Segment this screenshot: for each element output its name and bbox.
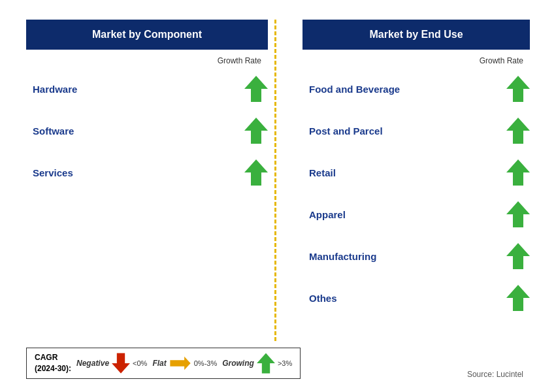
left-header: Market by Component <box>26 20 268 50</box>
item-label-retail: Retail <box>309 167 336 178</box>
green-arrow-icon <box>506 284 530 312</box>
cagr-label: CAGR(2024-30): <box>35 352 71 374</box>
page-container: Market by Component Growth Rate Hardware… <box>0 0 556 392</box>
legend-growing-range: >3% <box>278 359 292 367</box>
legend-negative-range: <0% <box>133 359 147 367</box>
green-arrow-icon <box>244 116 268 145</box>
legend-item-growing: Growing >3% <box>222 352 292 374</box>
svg-marker-6 <box>506 201 530 227</box>
left-growth-label: Growth Rate <box>26 56 268 65</box>
svg-marker-4 <box>506 118 530 144</box>
left-panel: Market by Component Growth Rate Hardware… <box>26 20 268 341</box>
legend-flat-label: Flat <box>152 359 166 368</box>
svg-marker-2 <box>244 159 268 186</box>
list-item: Hardware <box>26 68 268 110</box>
item-label-services: Services <box>33 167 73 178</box>
list-item: Apparel <box>303 193 530 235</box>
svg-marker-3 <box>506 76 530 102</box>
list-item: Manufacturing <box>303 235 530 277</box>
item-label-hardware: Hardware <box>33 84 77 95</box>
svg-marker-9 <box>112 353 130 374</box>
list-item: Post and Parcel <box>303 110 530 152</box>
bottom-row: CAGR(2024-30): Negative <0% Flat 0%-3% <box>26 348 530 379</box>
svg-marker-5 <box>506 159 530 186</box>
green-arrow-icon <box>506 242 530 270</box>
list-item: Software <box>26 110 268 152</box>
orange-arrow-icon <box>169 356 191 370</box>
green-arrow-icon <box>506 200 530 229</box>
section-divider <box>274 20 276 341</box>
green-arrow-icon-legend <box>257 352 275 374</box>
green-arrow-icon <box>244 158 268 187</box>
right-growth-label: Growth Rate <box>303 56 530 65</box>
list-item: Retail <box>303 152 530 193</box>
red-arrow-icon <box>112 352 130 374</box>
right-panel: Market by End Use Growth Rate Food and B… <box>283 20 530 341</box>
svg-marker-1 <box>244 118 268 144</box>
item-label-others: Othes <box>309 293 337 304</box>
list-item: Othes <box>303 277 530 319</box>
svg-marker-10 <box>170 357 190 370</box>
svg-marker-11 <box>257 353 275 374</box>
svg-marker-7 <box>506 243 530 269</box>
item-label-apparel: Apparel <box>309 209 346 220</box>
legend-flat-range: 0%-3% <box>194 359 217 367</box>
green-arrow-icon <box>506 116 530 145</box>
legend-box: CAGR(2024-30): Negative <0% Flat 0%-3% <box>26 348 301 379</box>
svg-marker-8 <box>506 285 530 311</box>
list-item: Services <box>26 152 268 193</box>
item-label-manufacturing: Manufacturing <box>309 251 376 262</box>
main-content: Market by Component Growth Rate Hardware… <box>26 20 530 341</box>
item-label-software: Software <box>33 125 74 137</box>
green-arrow-icon <box>244 74 268 103</box>
item-label-post: Post and Parcel <box>309 125 383 137</box>
green-arrow-icon <box>506 74 530 103</box>
svg-marker-0 <box>244 76 268 102</box>
legend-item-negative: Negative <0% <box>76 352 147 374</box>
item-label-food: Food and Beverage <box>309 84 400 95</box>
legend-negative-label: Negative <box>76 359 109 368</box>
list-item: Food and Beverage <box>303 68 530 110</box>
source-text: Source: Lucintel <box>467 370 530 379</box>
right-header: Market by End Use <box>303 20 530 50</box>
legend-growing-label: Growing <box>222 359 254 368</box>
green-arrow-icon <box>506 158 530 187</box>
legend-item-flat: Flat 0%-3% <box>152 356 217 370</box>
